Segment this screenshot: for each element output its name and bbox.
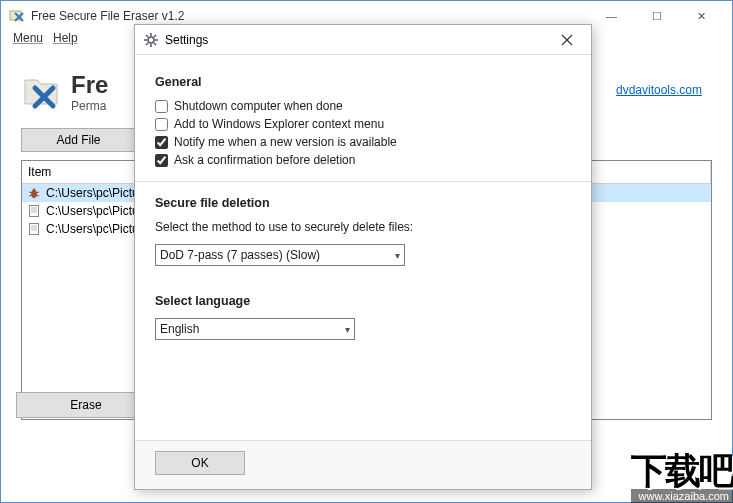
app-icon: [9, 8, 25, 24]
settings-dialog: Settings General Shutdown computer when …: [134, 24, 592, 490]
chevron-down-icon: ▾: [345, 324, 350, 335]
general-heading: General: [155, 75, 571, 89]
explorer-label: Add to Windows Explorer context menu: [174, 117, 384, 131]
method-combobox[interactable]: DoD 7-pass (7 passes) (Slow) ▾: [155, 244, 405, 266]
svg-line-21: [154, 43, 156, 45]
menu-menu[interactable]: Menu: [11, 31, 45, 51]
dialog-close-button[interactable]: [549, 27, 585, 53]
svg-rect-7: [30, 206, 39, 217]
notify-checkbox-row[interactable]: Notify me when a new version is availabl…: [155, 135, 571, 149]
shutdown-label: Shutdown computer when done: [174, 99, 343, 113]
notify-checkbox[interactable]: [155, 136, 168, 149]
separator: [135, 181, 591, 182]
secure-hint: Select the method to use to securely del…: [155, 220, 571, 234]
shutdown-checkbox[interactable]: [155, 100, 168, 113]
confirm-checkbox[interactable]: [155, 154, 168, 167]
svg-point-15: [148, 37, 154, 43]
bug-icon: [26, 185, 42, 201]
explorer-checkbox[interactable]: [155, 118, 168, 131]
dialog-body: General Shutdown computer when done Add …: [135, 55, 591, 440]
dialog-title: Settings: [165, 33, 549, 47]
svg-rect-11: [30, 224, 39, 235]
gear-icon: [143, 32, 159, 48]
confirm-checkbox-row[interactable]: Ask a confirmation before deletion: [155, 153, 571, 167]
add-file-button[interactable]: Add File: [21, 128, 136, 152]
window-controls: — ☐ ✕: [589, 2, 724, 30]
notify-label: Notify me when a new version is availabl…: [174, 135, 397, 149]
shutdown-checkbox-row[interactable]: Shutdown computer when done: [155, 99, 571, 113]
svg-line-22: [154, 35, 156, 37]
language-value: English: [160, 322, 199, 336]
confirm-label: Ask a confirmation before deletion: [174, 153, 355, 167]
chevron-down-icon: ▾: [395, 250, 400, 261]
svg-point-6: [33, 189, 36, 192]
app-title: Fre: [71, 71, 108, 99]
ok-button[interactable]: OK: [155, 451, 245, 475]
app-logo: [21, 72, 61, 112]
dialog-titlebar: Settings: [135, 25, 591, 55]
language-heading: Select language: [155, 294, 571, 308]
menu-help[interactable]: Help: [51, 31, 80, 51]
file-icon: [26, 203, 42, 219]
minimize-button[interactable]: —: [589, 2, 634, 30]
window-title: Free Secure File Eraser v1.2: [31, 9, 589, 23]
close-button[interactable]: ✕: [679, 2, 724, 30]
dialog-footer: OK: [135, 440, 591, 489]
maximize-button[interactable]: ☐: [634, 2, 679, 30]
explorer-checkbox-row[interactable]: Add to Windows Explorer context menu: [155, 117, 571, 131]
method-value: DoD 7-pass (7 passes) (Slow): [160, 248, 320, 262]
language-combobox[interactable]: English ▾: [155, 318, 355, 340]
svg-line-20: [146, 35, 148, 37]
svg-line-23: [146, 43, 148, 45]
file-icon: [26, 221, 42, 237]
secure-heading: Secure file deletion: [155, 196, 571, 210]
website-link[interactable]: dvdavitools.com: [616, 83, 702, 97]
app-subtitle: Perma: [71, 99, 108, 113]
